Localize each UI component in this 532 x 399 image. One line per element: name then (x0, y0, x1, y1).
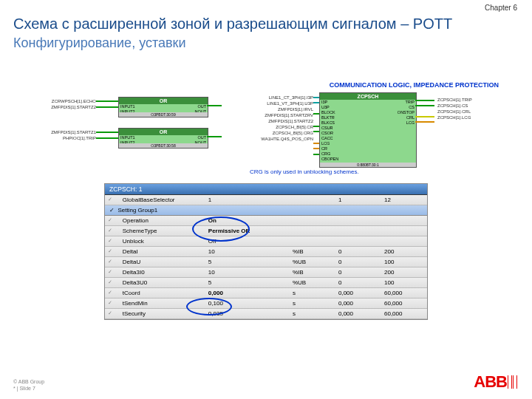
table-row: ✓tCoord0,000s0,00060,000 (105, 288, 427, 299)
table-row: ✓DeltaI10%IB0200 (105, 247, 427, 257)
table-row: ✓tSecurity0,035s0,00060,000 (105, 309, 427, 319)
wire (96, 137, 118, 139)
right-terms: ZCPSCH[1].TRIP ZCPSCH[1].CS ZCPSCH[1].CR… (437, 97, 511, 120)
main-block: ZCPSCH I3P U3P BLOCK BLKTR BLKCS CSUR CS… (319, 92, 417, 168)
table-row: ✓OperationOn (105, 216, 427, 226)
wire (207, 136, 222, 137)
or-block-1: OR INPUT1INPUT2 OUTNOUT O3PBDT:30:59 (118, 97, 208, 117)
table-row: ✓tSendMin0,100s0,00060,000 (105, 299, 427, 309)
settings-table: ZCPSCH: 1 ✓ GlobalBaseSelector 1 1 12 ✓ … (104, 183, 428, 320)
table-row: ✓UnblockOff (105, 236, 427, 247)
wire (96, 100, 118, 102)
page-title: Схема с расширенной зоной и разрешающим … (13, 15, 452, 52)
wire (313, 97, 319, 98)
footer: © ABB Group * | Slide 7 (13, 378, 44, 392)
note: CRG is only used in unblocking schemes. (250, 168, 359, 175)
wire (96, 132, 118, 133)
abb-logo: ABB (474, 372, 517, 392)
title-line2: Конфигурирование, уставки (13, 35, 452, 52)
wire (313, 154, 319, 155)
mid-terms: LINE1_CT_3PH[1].I3P LINE1_VT_3PH[1].U3P … (226, 95, 313, 142)
table-header: ZCPSCH: 1 (105, 184, 427, 195)
wire (415, 121, 434, 123)
table-row: ✓Delta3I010%IB0200 (105, 267, 427, 278)
table-section: ✓ Setting Group1 (105, 205, 427, 216)
wire (207, 105, 222, 106)
wire (313, 113, 319, 115)
or-block-2: OR INPUT1INPUT2 OUTNOUT O3PBDT:30:58 (118, 128, 208, 149)
wire (96, 106, 118, 108)
block-diagram: ZCRWPSCH[1].ECHO ZMFPDIS[1].STARTZ2 ZMFP… (16, 92, 516, 170)
table-row: ✓Delta3U05%UB0100 (105, 278, 427, 288)
left-terms-1: ZCRWPSCH[1].ECHO ZMFPDIS[1].STARTZ2 (16, 98, 96, 110)
wire (313, 102, 319, 103)
wire (313, 126, 319, 127)
wire (415, 100, 434, 101)
left-terms-2: ZMFPDIS[1].STARTZ1 PHPIOC[1].TRIP (16, 129, 96, 141)
diagram-title: COMMUNICATION LOGIC, IMPEDANCE PROTECTIO… (330, 81, 499, 89)
wire (415, 105, 434, 106)
title-line1: Схема с расширенной зоной и разрешающим … (13, 16, 452, 32)
wire (415, 116, 434, 117)
chapter-label: Chapter 6 (485, 4, 517, 12)
table-row: ✓SchemeTypePermissive OR (105, 226, 427, 236)
wire (313, 148, 319, 149)
wire (313, 131, 319, 132)
table-row: ✓ GlobalBaseSelector 1 1 12 (105, 195, 427, 205)
table-row: ✓DeltaU5%UB0100 (105, 257, 427, 267)
wire (313, 143, 319, 144)
